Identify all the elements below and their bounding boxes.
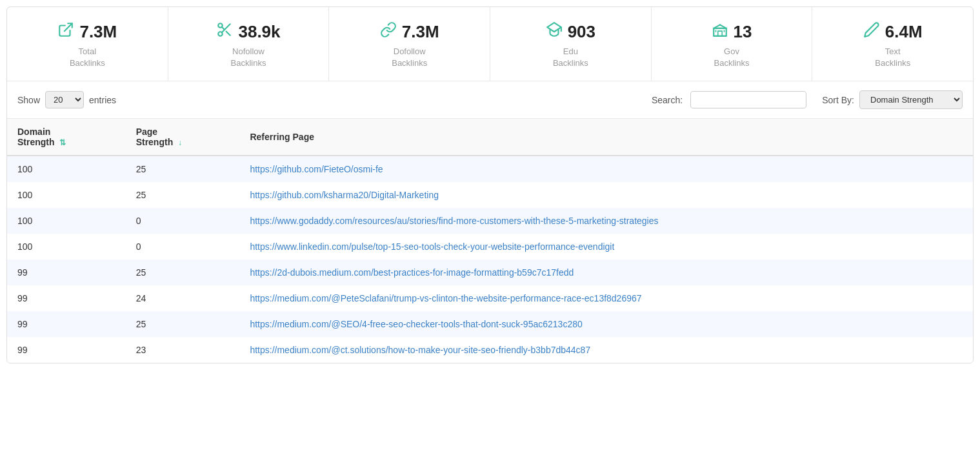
referring-page-link[interactable]: https://medium.com/@SEO/4-free-seo-check… (250, 319, 582, 329)
stat-label-nofollow-backlinks: NofollowBacklinks (231, 46, 266, 69)
stat-dofollow-backlinks: 7.3M DofollowBacklinks (329, 7, 490, 81)
referring-page-link[interactable]: https://2d-dubois.medium.com/best-practi… (250, 267, 574, 278)
stat-edu-backlinks: 903 EduBacklinks (490, 7, 652, 81)
external-link-icon (57, 21, 74, 42)
stat-value-total-backlinks: 7.3M (79, 22, 117, 42)
show-label: Show (17, 95, 40, 105)
cell-referring-page: https://medium.com/@PeteSclafani/trump-v… (239, 285, 973, 311)
svg-line-5 (222, 27, 225, 30)
stat-value-text-backlinks: 6.4M (885, 22, 923, 42)
svg-rect-13 (717, 31, 722, 36)
backlinks-table: DomainStrength ⇅ PageStrength ↓ Referrin… (7, 119, 973, 363)
referring-page-link[interactable]: https://github.com/ksharma20/Digital-Mar… (250, 190, 439, 200)
cell-page-strength: 24 (126, 285, 240, 311)
referring-page-link[interactable]: https://medium.com/@ct.solutions/how-to-… (250, 345, 590, 355)
entries-label: entries (89, 95, 116, 105)
referring-page-link[interactable]: https://www.linkedin.com/pulse/top-15-se… (250, 241, 614, 252)
table-row: 99 23 https://medium.com/@ct.solutions/h… (7, 337, 973, 363)
table-row: 100 25 https://github.com/ksharma20/Digi… (7, 182, 973, 208)
table-row: 99 25 https://2d-dubois.medium.com/best-… (7, 260, 973, 285)
stat-top: 7.3M (380, 21, 439, 42)
svg-line-0 (65, 23, 72, 31)
cell-page-strength: 25 (126, 311, 240, 337)
stat-gov-backlinks: 13 GovBacklinks (652, 7, 813, 81)
search-label: Search: (652, 95, 683, 105)
referring-page-link[interactable]: https://github.com/FieteO/osmi-fe (250, 164, 383, 174)
stat-top: 38.9k (216, 21, 280, 42)
table-wrap: DomainStrength ⇅ PageStrength ↓ Referrin… (7, 119, 973, 363)
cell-page-strength: 25 (126, 156, 240, 182)
cell-referring-page: https://github.com/ksharma20/Digital-Mar… (239, 182, 973, 208)
cell-page-strength: 0 (126, 234, 240, 260)
th-referring-page: Referring Page (239, 119, 973, 156)
link-icon (380, 21, 397, 42)
th-page-strength[interactable]: PageStrength ↓ (126, 119, 240, 156)
stat-value-nofollow-backlinks: 38.9k (238, 22, 280, 42)
scissors-icon (216, 21, 233, 42)
table-header-row: DomainStrength ⇅ PageStrength ↓ Referrin… (7, 119, 973, 156)
main-container: 7.3M TotalBacklinks 38.9k NofollowBackli… (6, 6, 974, 363)
table-row: 100 0 https://www.godaddy.com/resources/… (7, 208, 973, 234)
cell-page-strength: 0 (126, 208, 240, 234)
sortby-label: Sort By: (822, 95, 854, 105)
cell-domain-strength: 99 (7, 337, 126, 363)
cell-domain-strength: 100 (7, 208, 126, 234)
stat-value-gov-backlinks: 13 (734, 22, 752, 42)
pencil-icon (863, 21, 880, 42)
stat-label-edu-backlinks: EduBacklinks (553, 46, 588, 69)
cell-domain-strength: 100 (7, 156, 126, 182)
th-domain-strength[interactable]: DomainStrength ⇅ (7, 119, 126, 156)
cell-domain-strength: 100 (7, 234, 126, 260)
cell-referring-page: https://medium.com/@ct.solutions/how-to-… (239, 337, 973, 363)
stat-label-gov-backlinks: GovBacklinks (714, 46, 750, 69)
cell-referring-page: https://2d-dubois.medium.com/best-practi… (239, 260, 973, 285)
building-icon (712, 21, 728, 42)
stat-value-edu-backlinks: 903 (568, 22, 595, 42)
stat-label-dofollow-backlinks: DofollowBacklinks (392, 46, 427, 69)
table-row: 99 24 https://medium.com/@PeteSclafani/t… (7, 285, 973, 311)
table-row: 99 25 https://medium.com/@SEO/4-free-seo… (7, 311, 973, 337)
cell-referring-page: https://github.com/FieteO/osmi-fe (239, 156, 973, 182)
stat-top: 13 (712, 21, 752, 42)
cell-domain-strength: 99 (7, 311, 126, 337)
cell-domain-strength: 99 (7, 260, 126, 285)
svg-line-4 (226, 32, 230, 36)
controls-bar: Show 10 20 50 100 entries Search: Sort B… (7, 81, 973, 119)
cell-referring-page: https://www.linkedin.com/pulse/top-15-se… (239, 234, 973, 260)
cell-page-strength: 23 (126, 337, 240, 363)
search-input[interactable] (690, 91, 806, 108)
stat-total-backlinks: 7.3M TotalBacklinks (7, 7, 168, 81)
stat-label-total-backlinks: TotalBacklinks (70, 46, 105, 69)
table-row: 100 0 https://www.linkedin.com/pulse/top… (7, 234, 973, 260)
stat-top: 903 (546, 21, 595, 42)
sortby-select[interactable]: Domain Strength Page Strength Referring … (859, 90, 963, 109)
cell-page-strength: 25 (126, 182, 240, 208)
stat-nofollow-backlinks: 38.9k NofollowBacklinks (168, 7, 330, 81)
cell-domain-strength: 99 (7, 285, 126, 311)
referring-page-link[interactable]: https://medium.com/@PeteSclafani/trump-v… (250, 293, 641, 303)
cell-domain-strength: 100 (7, 182, 126, 208)
stat-top: 7.3M (57, 21, 117, 42)
sort-icon-page: ↓ (178, 138, 182, 147)
stat-text-backlinks: 6.4M TextBacklinks (812, 7, 973, 81)
stats-bar: 7.3M TotalBacklinks 38.9k NofollowBackli… (7, 7, 973, 81)
show-entries-select[interactable]: 10 20 50 100 (45, 91, 84, 108)
cell-referring-page: https://www.godaddy.com/resources/au/sto… (239, 208, 973, 234)
stat-top: 6.4M (863, 21, 923, 42)
stat-label-text-backlinks: TextBacklinks (875, 46, 910, 69)
stat-value-dofollow-backlinks: 7.3M (402, 22, 439, 42)
cell-referring-page: https://medium.com/@SEO/4-free-seo-check… (239, 311, 973, 337)
graduation-icon (546, 21, 563, 42)
table-row: 100 25 https://github.com/FieteO/osmi-fe (7, 156, 973, 182)
referring-page-link[interactable]: https://www.godaddy.com/resources/au/sto… (250, 216, 658, 226)
sort-icon-domain: ⇅ (59, 138, 66, 147)
cell-page-strength: 25 (126, 260, 240, 285)
